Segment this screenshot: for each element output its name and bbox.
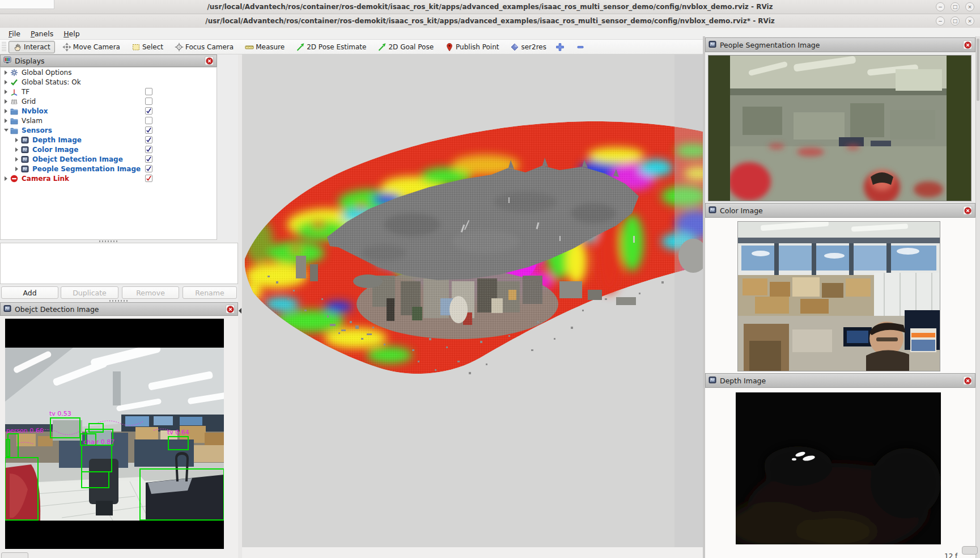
tree-row-vslam[interactable]: Vslam: [1, 116, 217, 125]
tool-2d-pose-estimate[interactable]: 2D Pose Estimate: [292, 41, 370, 53]
chevron-right-icon[interactable]: [3, 70, 9, 75]
object-detection-panel-header[interactable]: Obejct Detection Image: [0, 302, 238, 316]
displays-tree[interactable]: Global OptionsGlobal Status: OkTFGridNvb…: [0, 67, 217, 240]
splitter-collapse-arrow[interactable]: [239, 308, 241, 314]
chevron-down-icon[interactable]: [3, 129, 9, 132]
chevron-right-icon[interactable]: [3, 99, 9, 104]
tool-measure[interactable]: Measure: [241, 41, 289, 53]
tree-row-depth-image[interactable]: Depth Image: [1, 135, 217, 145]
tree-row-obejct-detection-image[interactable]: Obejct Detection Image: [1, 154, 217, 164]
chevron-right-icon[interactable]: [3, 119, 9, 123]
map-pin-icon: [445, 43, 454, 52]
chevron-right-icon[interactable]: [14, 147, 20, 152]
tree-row-nvblox[interactable]: Nvblox: [1, 106, 217, 116]
enabled-checkbox[interactable]: [145, 175, 152, 182]
chevron-right-icon[interactable]: [14, 138, 20, 142]
remove-button[interactable]: Remove: [122, 286, 179, 299]
detection-box: [168, 437, 188, 450]
chevron-right-icon[interactable]: [14, 157, 20, 162]
image-panel-icon: [709, 40, 716, 50]
people-segmentation-panel-header[interactable]: People Segmentation Image: [705, 37, 975, 52]
tree-row-global-options[interactable]: Global Options: [1, 67, 217, 77]
enabled-checkbox[interactable]: [145, 117, 152, 124]
close-button[interactable]: ×: [965, 2, 974, 11]
depth-image-close-button[interactable]: [963, 376, 972, 385]
tool-move-camera[interactable]: Move Camera: [58, 41, 124, 53]
enabled-checkbox[interactable]: [145, 155, 152, 163]
tool-2d-goal-pose[interactable]: 2D Goal Pose: [374, 41, 438, 53]
zoom-out-button[interactable]: [574, 41, 587, 53]
dock-splitter[interactable]: [238, 54, 242, 558]
enabled-checkbox[interactable]: [145, 165, 152, 172]
tool-interact[interactable]: Interact: [9, 41, 55, 53]
tool-select[interactable]: Select: [128, 41, 167, 53]
duplicate-button[interactable]: Duplicate: [61, 286, 118, 299]
displays-panel-header[interactable]: Displays: [0, 54, 217, 67]
tool-focus-camera[interactable]: Focus Camera: [171, 41, 237, 53]
menu-panels[interactable]: Panels: [26, 28, 58, 39]
color-image-close-button[interactable]: [963, 206, 972, 215]
tree-row-people-segmentation-image[interactable]: People Segmentation Image: [1, 164, 217, 174]
tool-label: Focus Camera: [185, 43, 234, 51]
enabled-checkbox[interactable]: [145, 146, 152, 153]
splitter-handle[interactable]: [109, 300, 129, 302]
menu-help[interactable]: Help: [58, 28, 85, 39]
tree-row-color-image[interactable]: Color Image: [1, 145, 217, 154]
displays-close-button[interactable]: [205, 56, 214, 65]
close-button[interactable]: ×: [965, 16, 974, 26]
tool-label: Interact: [24, 43, 50, 51]
close-icon: [227, 306, 234, 313]
chevron-right-icon[interactable]: [3, 80, 9, 84]
maximize-button[interactable]: □: [951, 16, 960, 26]
scroll-corner-handle[interactable]: [962, 546, 978, 555]
splitter-handle[interactable]: [99, 240, 118, 242]
window-title: /usr/local/Advantech/ros/container/ros-d…: [205, 17, 775, 25]
enabled-checkbox[interactable]: [145, 88, 152, 95]
tree-row-tf[interactable]: TF: [1, 87, 217, 96]
enabled-checkbox[interactable]: [145, 98, 152, 105]
add-button[interactable]: Add: [1, 286, 58, 299]
chevron-right-icon[interactable]: [14, 167, 20, 171]
tree-row-label: Sensors: [22, 126, 52, 134]
object-detection-close-button[interactable]: [226, 305, 235, 314]
maximize-button[interactable]: □: [951, 2, 960, 11]
toolbar-drag-handle[interactable]: [2, 42, 6, 52]
detection-label: chair 0.87: [83, 438, 114, 446]
tool-label: ser2res: [521, 43, 546, 51]
folder-icon: [10, 107, 19, 115]
3d-viewport[interactable]: [242, 54, 703, 547]
chevron-right-icon[interactable]: [3, 109, 9, 113]
color-image-panel-header[interactable]: Color Image: [705, 203, 975, 218]
detection-overlay: tv 0.53chair 0.87tv 0.64person 0.66: [5, 348, 224, 521]
titlebar[interactable]: /usr/local/Advantech/ros/container/ros-d…: [0, 14, 980, 28]
detection-label: person 0.66: [6, 427, 44, 434]
menu-file[interactable]: File: [3, 28, 26, 39]
pointcloud-scene: [242, 54, 703, 547]
enabled-checkbox[interactable]: [145, 136, 152, 143]
tf-axes-icon: [10, 88, 19, 96]
minimize-button[interactable]: −: [936, 2, 945, 11]
enabled-checkbox[interactable]: [145, 126, 152, 134]
people-segmentation-close-button[interactable]: [963, 40, 972, 49]
rename-button[interactable]: Rename: [183, 286, 237, 299]
tree-row-camera-link[interactable]: Camera Link: [1, 174, 217, 183]
right-scrollbar[interactable]: [975, 36, 980, 558]
tree-row-global-status-ok[interactable]: Global Status: Ok: [1, 77, 217, 87]
image-panel-icon: [3, 304, 11, 315]
tree-row-grid[interactable]: Grid: [1, 96, 217, 106]
chevron-right-icon[interactable]: [3, 176, 9, 181]
depth-image-panel-header[interactable]: Depth Image: [705, 373, 975, 388]
tree-row-label: Color Image: [32, 146, 78, 154]
tool-ser2res[interactable]: ser2res: [506, 41, 550, 53]
titlebar-outer[interactable]: /usr/local/Advantech/ros/container/ros-d…: [0, 0, 980, 14]
scrollbar-thumb[interactable]: [977, 39, 979, 101]
minimize-button[interactable]: −: [936, 16, 945, 26]
enabled-checkbox[interactable]: [145, 107, 152, 115]
chevron-right-icon[interactable]: [3, 90, 9, 94]
tool-publish-point[interactable]: Publish Point: [441, 41, 503, 53]
collapsed-panel-tab[interactable]: [1, 552, 28, 558]
detection-box: [5, 458, 38, 520]
zoom-in-button[interactable]: [554, 41, 566, 53]
tree-row-sensors[interactable]: Sensors: [1, 125, 217, 135]
depth-image: [736, 392, 941, 544]
